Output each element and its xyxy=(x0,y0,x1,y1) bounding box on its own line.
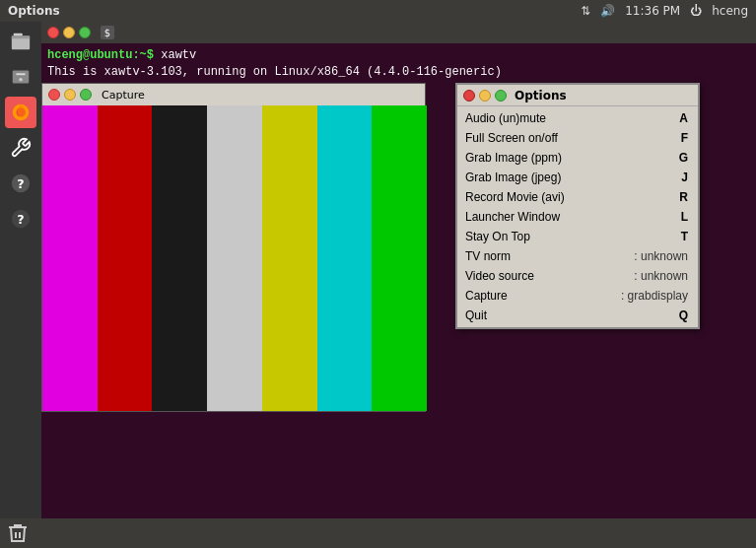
svg-rect-4 xyxy=(16,73,25,75)
terminal-command: xawtv xyxy=(154,48,196,62)
menu-item-fullscreen-key: F xyxy=(681,131,688,145)
menu-item-record[interactable]: Record Movie (avi) R xyxy=(457,187,698,207)
menu-item-audio[interactable]: Audio (un)mute A xyxy=(457,108,698,128)
terminal-line-prompt: hceng@ubuntu:~$ xawtv xyxy=(47,47,750,64)
capture-body xyxy=(42,105,427,411)
color-bar-cyan xyxy=(317,105,373,411)
options-menu: Audio (un)mute A Full Screen on/off F Gr… xyxy=(457,106,698,327)
username-display: hceng xyxy=(712,4,748,18)
svg-text:?: ? xyxy=(17,176,24,191)
menu-item-video-source-value: : unknown xyxy=(634,269,688,283)
menu-item-tv-norm-value: : unknown xyxy=(634,249,688,263)
options-dialog-title: Options xyxy=(515,89,567,103)
terminal-title: $ xyxy=(101,26,116,39)
menu-item-launcher-key: L xyxy=(681,210,688,224)
menu-item-grab-ppm[interactable]: Grab Image (ppm) G xyxy=(457,148,698,168)
sidebar-icon-disk[interactable] xyxy=(5,61,36,93)
menu-item-grab-ppm-label: Grab Image (ppm) xyxy=(465,151,669,165)
sidebar-icon-files[interactable] xyxy=(5,26,36,57)
main-area: $ hceng@ubuntu:~$ xawtv This is xawtv-3.… xyxy=(41,22,756,518)
terminal-close-btn[interactable] xyxy=(47,27,59,38)
time-display: 11:36 PM xyxy=(625,4,680,18)
options-titlebar: Options xyxy=(457,85,698,106)
sidebar-icon-tools[interactable] xyxy=(5,132,36,164)
capture-titlebar: Capture xyxy=(42,84,425,105)
menu-item-tv-norm-label: TV norm xyxy=(465,249,634,263)
terminal-max-btn[interactable] xyxy=(79,27,91,38)
svg-point-5 xyxy=(19,78,23,82)
capture-min-btn[interactable] xyxy=(64,89,76,101)
menu-item-stay-on-top-key: T xyxy=(681,230,688,243)
menu-item-grab-ppm-key: G xyxy=(679,151,688,165)
menu-item-quit-key: Q xyxy=(679,308,688,322)
options-min-btn[interactable] xyxy=(479,90,491,102)
options-close-btn[interactable] xyxy=(463,90,475,102)
menu-item-video-source-label: Video source xyxy=(465,269,634,283)
svg-rect-0 xyxy=(14,34,23,36)
menu-item-record-label: Record Movie (avi) xyxy=(465,190,669,204)
color-bar-black xyxy=(152,105,207,411)
svg-text:$: $ xyxy=(104,28,110,38)
menu-item-capture[interactable]: Capture : grabdisplay xyxy=(457,286,698,306)
menu-item-capture-value: : grabdisplay xyxy=(621,289,688,303)
sound-icon: 🔊 xyxy=(600,4,615,18)
color-bar-magenta xyxy=(42,105,98,411)
trash-icon[interactable] xyxy=(6,521,30,545)
taskbar-title: Options xyxy=(8,4,60,18)
svg-rect-2 xyxy=(12,36,30,39)
taskbar-right: ⇅ 🔊 11:36 PM ⏻ hceng xyxy=(581,4,748,18)
menu-item-audio-label: Audio (un)mute xyxy=(465,111,669,125)
menu-item-fullscreen[interactable]: Full Screen on/off F xyxy=(457,128,698,148)
terminal-min-btn[interactable] xyxy=(63,27,75,38)
color-bar-red xyxy=(98,105,153,411)
menu-item-quit-label: Quit xyxy=(465,308,669,322)
terminal-output-line1: This is xawtv-3.103, running on Linux/x8… xyxy=(47,64,750,81)
menu-item-quit[interactable]: Quit Q xyxy=(457,306,698,325)
svg-text:?: ? xyxy=(17,212,24,227)
sidebar-icon-help1[interactable]: ? xyxy=(5,168,36,199)
color-bar-gray xyxy=(207,105,262,411)
taskbar-bottom xyxy=(0,518,756,548)
capture-close-btn[interactable] xyxy=(48,89,60,101)
taskbar-top: Options ⇅ 🔊 11:36 PM ⏻ hceng xyxy=(0,0,756,22)
sidebar-icon-help2[interactable]: ? xyxy=(5,203,36,235)
menu-item-video-source[interactable]: Video source : unknown xyxy=(457,266,698,286)
menu-item-stay-on-top-label: Stay On Top xyxy=(465,230,671,243)
capture-window-title: Capture xyxy=(102,89,145,102)
sort-icon: ⇅ xyxy=(581,4,590,18)
capture-window: Capture xyxy=(41,83,426,412)
terminal-prompt: hceng@ubuntu:~$ xyxy=(47,48,154,62)
menu-item-grab-jpeg-key: J xyxy=(681,171,688,184)
taskbar-left: Options xyxy=(8,4,60,18)
capture-max-btn[interactable] xyxy=(80,89,92,101)
menu-item-launcher[interactable]: Launcher Window L xyxy=(457,207,698,227)
options-dialog: Options Audio (un)mute A Full Screen on/… xyxy=(455,83,700,329)
sidebar: ? ? xyxy=(0,22,41,518)
menu-item-stay-on-top[interactable]: Stay On Top T xyxy=(457,227,698,246)
menu-item-launcher-label: Launcher Window xyxy=(465,210,671,224)
menu-item-tv-norm[interactable]: TV norm : unknown xyxy=(457,246,698,266)
power-icon: ⏻ xyxy=(690,4,702,18)
menu-item-grab-jpeg[interactable]: Grab Image (jpeg) J xyxy=(457,168,698,187)
options-max-btn[interactable] xyxy=(495,90,507,102)
menu-item-grab-jpeg-label: Grab Image (jpeg) xyxy=(465,171,671,184)
terminal-titlebar: $ xyxy=(41,22,756,43)
sidebar-icon-firefox[interactable] xyxy=(5,97,36,128)
menu-item-fullscreen-label: Full Screen on/off xyxy=(465,131,671,145)
menu-item-record-key: R xyxy=(679,190,688,204)
menu-item-audio-key: A xyxy=(679,111,688,125)
color-bar-yellow xyxy=(262,105,317,411)
color-bar-green xyxy=(372,105,427,411)
menu-item-capture-label: Capture xyxy=(465,289,621,303)
